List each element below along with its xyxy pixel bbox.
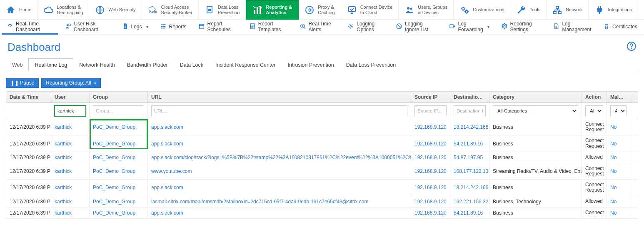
cell-group-link[interactable]: PoC_Demo_Group (93, 185, 135, 190)
reporting-group-dropdown[interactable]: Reporting Group: All (41, 78, 101, 88)
cell-malware-link[interactable]: No (610, 168, 617, 174)
topnav-reporting-analytics[interactable]: Reporting &Analytics (246, 0, 299, 20)
topnav-integrations[interactable]: Integrations (589, 0, 638, 20)
col-user[interactable]: User (51, 92, 90, 102)
cell-group-link[interactable]: PoC_Demo_Group (93, 210, 135, 216)
cell-dest-ip-link[interactable]: 54.211.89.16 (454, 210, 483, 216)
cell-user-link[interactable]: karthick (55, 199, 72, 205)
topnav-proxy-caching[interactable]: Proxy &Caching (299, 0, 341, 20)
col-malware[interactable]: Malware (607, 92, 630, 102)
filter-group-input[interactable] (93, 105, 144, 116)
tab-intrusion-prevention[interactable]: Intrusion Prevention (282, 58, 340, 71)
filter-category-select[interactable]: All Categories (493, 105, 578, 116)
cell-malware-link[interactable]: No (610, 199, 617, 205)
cell-group-link[interactable]: PoC_Demo_Group (93, 199, 135, 205)
tab-real-time-log[interactable]: Real-time Log (28, 58, 73, 71)
cell-dest-ip-link[interactable]: 18.214.242.166 (454, 185, 488, 190)
subnav-report-templates[interactable]: Report Templates (244, 20, 293, 35)
col-destination-ip[interactable]: Destination IP (450, 92, 489, 102)
subnav-user-risk-dashboard[interactable]: User Risk Dashboard (60, 20, 115, 35)
topnav-connect-device-to-cloud[interactable]: Connect Deviceto Cloud (341, 0, 399, 20)
filter-malware-select[interactable]: All (610, 105, 627, 116)
filter-user-input[interactable] (55, 105, 86, 116)
tab-incident-response-center[interactable]: Incident Response Center (209, 58, 282, 71)
cell-user-link[interactable]: karthick (55, 210, 72, 216)
subnav-log-forwarding[interactable]: Log Forwarding (444, 20, 494, 35)
topnav-data-loss-prevention[interactable]: Data LossPrevention (199, 0, 246, 20)
col-group[interactable]: Group (90, 92, 148, 102)
col-source-ip[interactable]: Source IP (411, 92, 450, 102)
cell-malware-link[interactable]: No (610, 210, 617, 216)
cell-malware-link[interactable]: No (610, 185, 617, 190)
filter-url-input[interactable] (151, 105, 407, 116)
cell-user-link[interactable]: karthick (55, 141, 72, 147)
cell-user-link[interactable]: karthick (55, 124, 72, 130)
cell-source-ip-link[interactable]: 192.168.9.120 (414, 199, 447, 205)
cell-malware-link[interactable]: No (610, 155, 617, 160)
tab-web[interactable]: Web (6, 58, 29, 71)
pause-button[interactable]: ❚❚ Pause (6, 78, 39, 88)
col-category[interactable]: Category (489, 92, 582, 102)
col-date-time[interactable]: Date & Time (6, 92, 51, 102)
cell-url-link[interactable]: lasmail.citrix.com/mapi/emsmdb/?MailboxI… (151, 199, 368, 205)
subnav-reports[interactable]: Reports (155, 20, 192, 35)
cell-source-ip-link[interactable]: 192.168.9.120 (414, 185, 447, 190)
cell-url-link[interactable]: app.slack.com (151, 124, 183, 130)
topnav-label: Integrations (608, 7, 632, 12)
cell-url-link[interactable]: app.slack.com/clog/track/?logs=%5B%7B%22… (151, 155, 411, 160)
cell-group-link[interactable]: PoC_Demo_Group (93, 141, 135, 147)
cell-dest-ip-link[interactable]: 162.221.156.32 (454, 199, 488, 205)
topnav-locations-geomapping[interactable]: Locations &Geomapping (37, 0, 89, 20)
top-nav: HomeLocations &GeomappingWeb SecurityCAS… (0, 0, 644, 20)
subnav-logging-options[interactable]: Logging Options (342, 20, 389, 35)
cell-user-link[interactable]: karthick (55, 185, 72, 190)
cell-source-ip-link[interactable]: 192.168.9.120 (414, 155, 447, 160)
subnav-logs[interactable]: Logs (117, 20, 153, 35)
cell-dest-ip-link[interactable]: 54.211.89.16 (454, 141, 483, 147)
cell-user-link[interactable]: karthick (55, 168, 72, 174)
cell-dest-ip-link[interactable]: 54.87.197.95 (454, 155, 483, 160)
cell-malware-link[interactable]: No (610, 141, 617, 147)
subnav-reporting-settings[interactable]: Reporting Settings (496, 20, 547, 35)
cell-source-ip-link[interactable]: 192.168.9.120 (414, 141, 447, 147)
topnav-web-security[interactable]: Web Security (89, 0, 142, 20)
topnav-tools[interactable]: Tools (510, 0, 547, 20)
help-icon[interactable] (627, 41, 637, 54)
alert-icon (300, 23, 306, 31)
cell-group-link[interactable]: PoC_Demo_Group (93, 155, 135, 160)
topnav-home[interactable]: Home (0, 0, 37, 20)
subnav-label: Reports (169, 24, 187, 30)
subnav-log-management[interactable]: Log Management (548, 20, 597, 35)
filter-dest-ip-input[interactable] (454, 105, 486, 116)
col-action[interactable]: Action (582, 92, 607, 102)
topnav-network[interactable]: Network (547, 0, 589, 20)
cell-dest-ip-link[interactable]: 18.214.242.166 (454, 124, 488, 130)
cell-source-ip-link[interactable]: 192.168.9.120 (414, 168, 447, 174)
cell-dest-ip-link[interactable]: 108.177.122.136 (454, 168, 489, 174)
subnav-real-time-dashboard[interactable]: Real-Time Dashboard (2, 20, 58, 35)
subnav-real-time-alerts[interactable]: Real Time Alerts (295, 20, 341, 35)
cell-url-link[interactable]: www.youtube.com (151, 168, 192, 174)
tab-bandwidth-plotter[interactable]: Bandwidth Plotter (121, 58, 174, 71)
subnav-logging-ignore-list[interactable]: Logging Ignore List (391, 20, 442, 35)
filter-source-ip-input[interactable] (414, 105, 447, 116)
tab-data-loss-prevention[interactable]: Data Loss Prevention (340, 58, 402, 71)
topnav-cloud-access-security-broker[interactable]: CASBCloud AccessSecurity Broker (142, 0, 199, 20)
col-url[interactable]: URL (148, 92, 411, 102)
cell-group-link[interactable]: PoC_Demo_Group (93, 124, 135, 130)
cell-user-link[interactable]: karthick (55, 155, 72, 160)
cell-url-link[interactable]: app.slack.com (151, 210, 183, 216)
cell-malware-link[interactable]: No (610, 124, 617, 130)
subnav-report-schedules[interactable]: Report Schedules (193, 20, 242, 35)
cell-url-link[interactable]: app.slack.com (151, 185, 183, 190)
tab-data-lock[interactable]: Data Lock (174, 58, 210, 71)
cell-source-ip-link[interactable]: 192.168.9.120 (414, 124, 447, 130)
subnav-certificates[interactable]: Certificates (598, 20, 642, 35)
tab-network-health[interactable]: Network Health (73, 58, 121, 71)
cell-source-ip-link[interactable]: 192.168.9.120 (414, 210, 447, 216)
cell-group-link[interactable]: PoC_Demo_Group (93, 168, 135, 174)
filter-action-select[interactable]: All (585, 105, 603, 116)
topnav-customizations[interactable]: Customizations (454, 0, 510, 20)
cell-url-link[interactable]: app.slack.com (151, 141, 183, 147)
topnav-users-groups-devices[interactable]: Users, Groups& Devices (399, 0, 454, 20)
